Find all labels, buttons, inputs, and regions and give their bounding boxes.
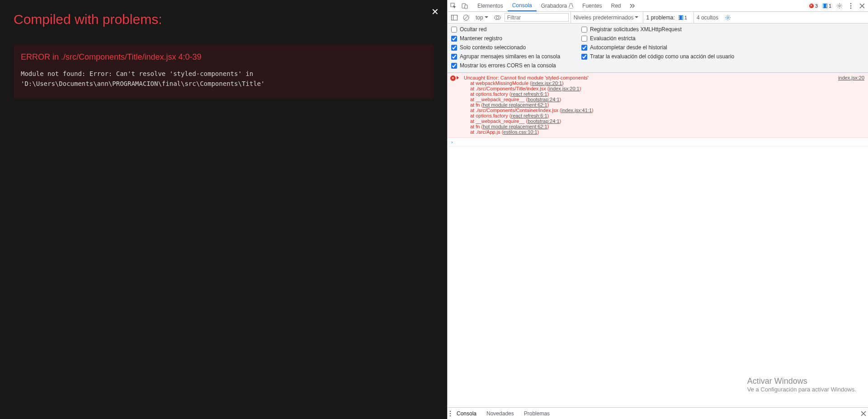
stack-frame: at __webpack_require__ (bootstrap:24:1) — [470, 97, 864, 102]
svg-point-12 — [450, 410, 451, 412]
info-count-badge[interactable]: ❙❙ 1 — [821, 2, 833, 9]
tab-elements[interactable]: Elementos — [473, 0, 508, 11]
console-prompt[interactable] — [448, 138, 868, 146]
levels-label: Niveles predeterminados — [574, 14, 634, 21]
info-square-icon: ❙❙ — [823, 4, 827, 8]
filter-input[interactable] — [505, 13, 569, 22]
cb-hide-network[interactable]: Ocultar red — [451, 26, 578, 33]
tab-recorder-label: Grabadora — [541, 3, 567, 9]
log-levels-selector[interactable]: Niveles predeterminados — [571, 12, 642, 23]
cb-selected-ctx[interactable]: Solo contexto seleccionado — [451, 44, 578, 51]
inspect-icon[interactable] — [448, 1, 458, 11]
context-label: top — [476, 14, 483, 21]
webpack-error-overlay: ✕ Compiled with problems: ERROR in ./src… — [0, 0, 447, 419]
error-circle-icon: ✕ — [450, 75, 456, 81]
error-count-badge[interactable]: ✕ 3 — [807, 2, 820, 9]
stack-frame: at options.factory (react refresh:6:1) — [470, 91, 864, 97]
stack-frame: at options.factory (react refresh:6:1) — [470, 113, 864, 118]
expand-toggle-icon[interactable] — [457, 76, 459, 80]
overlay-error-block: ERROR in ./src/Components/Title/index.js… — [14, 44, 434, 99]
stack-frame: at __webpack_require__ (bootstrap:24:1) — [470, 118, 864, 124]
message-source-link[interactable]: index.jsx:20 — [838, 75, 864, 80]
tab-recorder[interactable]: Grabadora — [537, 0, 578, 11]
overlay-title: Compiled with problems: — [14, 12, 434, 27]
cb-log-xhr[interactable]: Registrar solicitudes XMLHttpRequest — [581, 26, 864, 33]
hidden-messages-count[interactable]: 4 ocultos — [693, 12, 721, 23]
chevron-down-icon — [485, 16, 488, 19]
stack-frame: at fn (hot module replacement:62:1) — [470, 102, 864, 108]
error-count: 3 — [815, 3, 818, 9]
tab-overflow[interactable] — [625, 0, 640, 11]
drawer-kebab-icon[interactable] — [449, 410, 451, 417]
stack-frame-link[interactable]: estilos.css:10:1 — [503, 129, 537, 135]
svg-point-3 — [839, 5, 840, 7]
stack-frame-link[interactable]: bootstrap:24:1 — [528, 118, 559, 124]
devtools-tabstrip: Elementos Consola Grabadora Fuentes Red … — [448, 0, 868, 12]
stack-frame-link[interactable]: react refresh:6:1 — [511, 91, 547, 97]
stack-frame-link[interactable]: bootstrap:24:1 — [528, 97, 559, 102]
cb-strict-eval[interactable]: Evaluación estricta — [581, 35, 864, 42]
info-square-icon: ❙❙ — [679, 15, 683, 20]
cb-group-similar[interactable]: Agrupar mensajes similares en la consola — [451, 53, 578, 60]
context-selector[interactable]: top — [473, 14, 491, 21]
main-tabs: Elementos Consola Grabadora Fuentes Red — [473, 0, 640, 11]
stack-frame-link[interactable]: hot module replacement:62:1 — [483, 102, 547, 108]
console-error-message: ✕ index.jsx:20 Uncaught Error: Cannot fi… — [448, 73, 868, 138]
svg-rect-2 — [465, 5, 467, 9]
kebab-menu-icon[interactable] — [846, 1, 856, 11]
console-messages[interactable]: ✕ index.jsx:20 Uncaught Error: Cannot fi… — [448, 73, 868, 407]
issues-indicator[interactable]: 1 problema: ❙❙ 1 — [643, 12, 692, 23]
stack-frame-link[interactable]: index.jsx:20:1 — [532, 80, 562, 86]
clear-console-icon[interactable] — [461, 13, 471, 23]
drawer-tab-whatsnew[interactable]: Novedades — [482, 410, 519, 417]
drawer-tab-issues[interactable]: Problemas — [519, 410, 554, 417]
devtools-panel: Elementos Consola Grabadora Fuentes Red … — [447, 0, 868, 419]
console-settings-panel: Ocultar red Registrar solicitudes XMLHtt… — [448, 24, 868, 73]
error-dot-icon: ✕ — [809, 4, 814, 8]
console-toolbar: top Niveles predeterminados 1 problema: … — [448, 12, 868, 24]
flask-icon — [569, 3, 573, 9]
close-devtools-icon[interactable] — [857, 1, 867, 11]
cb-autocomplete-hist[interactable]: Autocompletar desde el historial — [581, 44, 864, 51]
issues-count: 1 — [684, 15, 687, 20]
stack-frame-link[interactable]: index.jsx:20:1 — [549, 86, 579, 91]
chevron-down-icon — [635, 16, 638, 19]
close-icon[interactable]: ✕ — [431, 6, 439, 17]
tab-network[interactable]: Red — [606, 0, 625, 11]
error-heading: ERROR in ./src/Components/Title/index.js… — [21, 52, 426, 62]
chevron-double-right-icon — [630, 4, 635, 8]
stack-frame-link[interactable]: hot module replacement:62:1 — [483, 124, 547, 129]
cb-preserve-log[interactable]: Mantener registro — [451, 35, 578, 42]
drawer-tab-console[interactable]: Consola — [452, 410, 481, 417]
error-main-line: Uncaught Error: Cannot find module 'styl… — [464, 75, 864, 80]
stack-frame: at ./src/Components/Title/index.jsx (ind… — [470, 86, 864, 91]
drawer-close-icon[interactable] — [861, 411, 866, 416]
error-body: Module not found: Error: Can't resolve '… — [21, 69, 426, 89]
stack-frame: at ./src/App.js (estilos.css:10:1) — [470, 129, 864, 135]
svg-point-5 — [850, 5, 852, 6]
stack-frame: at fn (hot module replacement:62:1) — [470, 124, 864, 129]
sidebar-toggle-icon[interactable] — [449, 13, 459, 23]
svg-point-14 — [450, 415, 451, 416]
stack-frame-link[interactable]: index.jsx:41:1 — [561, 108, 592, 113]
stack-frame: at webpackMissingModule (index.jsx:20:1) — [470, 80, 864, 86]
device-toggle-icon[interactable] — [460, 1, 470, 11]
svg-point-6 — [850, 7, 852, 9]
drawer-tabstrip: Consola Novedades Problemas — [448, 407, 868, 419]
svg-point-4 — [850, 3, 852, 4]
cb-treat-eval-user[interactable]: Tratar la evaluación del código como una… — [581, 53, 864, 60]
settings-gear-icon[interactable] — [835, 1, 844, 11]
cb-show-cors[interactable]: Mostrar los errores CORS en la consola — [451, 62, 864, 69]
stack-frame: at ./src/Components/Container/index.jsx … — [470, 108, 864, 113]
svg-point-13 — [450, 413, 451, 414]
svg-point-11 — [727, 17, 729, 19]
tab-console[interactable]: Consola — [508, 0, 537, 11]
console-settings-gear-icon[interactable] — [723, 13, 733, 23]
info-count: 1 — [829, 3, 831, 9]
stack-frame-link[interactable]: react refresh:6:1 — [511, 113, 547, 118]
issues-label: 1 problema: — [646, 14, 675, 21]
svg-rect-7 — [452, 15, 458, 20]
tab-sources[interactable]: Fuentes — [578, 0, 606, 11]
svg-line-10 — [464, 16, 468, 19]
live-expression-icon[interactable] — [493, 13, 503, 23]
